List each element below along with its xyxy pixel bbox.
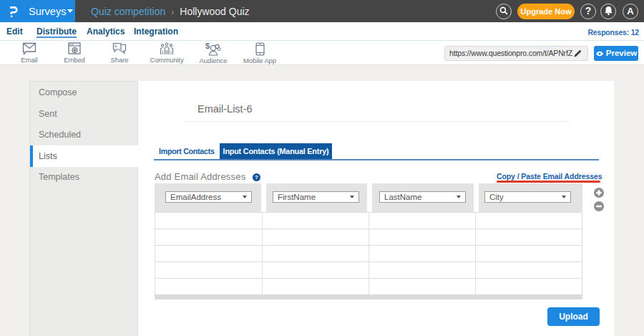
svg-text:$: $: [205, 42, 210, 50]
